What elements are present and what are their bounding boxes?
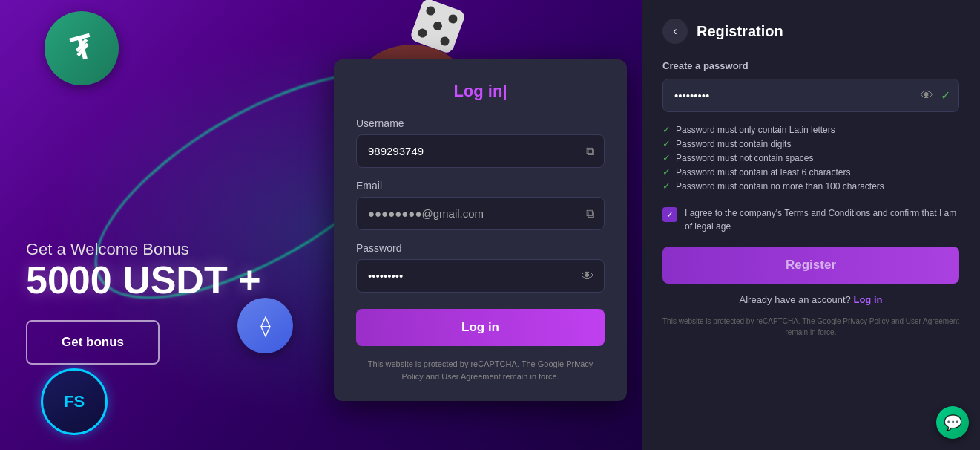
req-item: ✓ Password must contain digits (662, 138, 959, 149)
req-item: ✓ Password must contain at least 6 chara… (662, 166, 959, 177)
username-input[interactable] (356, 134, 605, 168)
email-label: Email (356, 180, 605, 192)
registration-header: ‹ Registration (662, 19, 959, 44)
already-account-row: Already have an account? Log in (662, 294, 959, 305)
email-field-wrap: ⧉ (356, 197, 605, 230)
create-password-label: Create a password (662, 60, 959, 71)
password-requirements: ✓ Password must only contain Latin lette… (662, 124, 959, 195)
toggle-password-icon[interactable]: 👁 (581, 268, 594, 284)
get-bonus-button[interactable]: Get bonus (26, 320, 160, 365)
welcome-text-block: Get a Welcome Bonus 5000 USDT + (26, 240, 261, 301)
login-modal: Log in| Username ⧉ Email ⧉ Password 👁 Lo… (334, 59, 627, 401)
fs-coin: FS (41, 368, 108, 435)
copy-email-icon[interactable]: ⧉ (586, 207, 594, 221)
login-recaptcha-text: This website is protected by reCAPTCHA. … (356, 358, 605, 382)
username-label: Username (356, 117, 605, 129)
back-button[interactable]: ‹ (662, 19, 688, 44)
copy-username-icon[interactable]: ⧉ (586, 145, 594, 158)
password-valid-check-icon: ✓ (941, 88, 950, 103)
terms-checkbox[interactable]: ✓ (662, 207, 677, 222)
welcome-line1: Get a Welcome Bonus (26, 240, 261, 259)
chat-button[interactable]: 💬 (936, 406, 969, 439)
toggle-visibility-icon[interactable]: 👁 (921, 88, 933, 103)
email-input[interactable] (356, 197, 605, 230)
reg-recaptcha-text: This website is protected by reCAPTCHA. … (662, 316, 959, 338)
terms-row: ✓ I agree to the company's Terms and Con… (662, 206, 959, 233)
registration-title: Registration (697, 23, 783, 40)
reg-password-input[interactable] (662, 79, 959, 112)
username-field-wrap: ⧉ (356, 134, 605, 168)
login-title: Log in| (356, 82, 605, 101)
req-item: ✓ Password must contain no more than 100… (662, 180, 959, 192)
register-button[interactable]: Register (662, 247, 959, 284)
terms-text: I agree to the company's Terms and Condi… (685, 206, 959, 233)
registration-panel: ‹ Registration Create a password 👁 ✓ ✓ P… (642, 0, 980, 450)
req-item: ✓ Password must only contain Latin lette… (662, 124, 959, 135)
req-item: ✓ Password must not contain spaces (662, 152, 959, 163)
password-field-wrap: 👁 (356, 259, 605, 293)
tether-coin: ₮ (36, 3, 127, 94)
ethereum-coin: ⟠ (237, 298, 293, 353)
login-button[interactable]: Log in (356, 309, 605, 346)
login-link[interactable]: Log in (853, 294, 882, 305)
welcome-line2: 5000 USDT + (26, 259, 261, 301)
reg-password-wrap: 👁 ✓ (662, 79, 959, 112)
password-label: Password (356, 242, 605, 254)
banner-panel: ₮ ⟠ FS Get a Welcome Bonus 5000 USDT + G… (0, 0, 642, 450)
password-input[interactable] (356, 259, 605, 293)
